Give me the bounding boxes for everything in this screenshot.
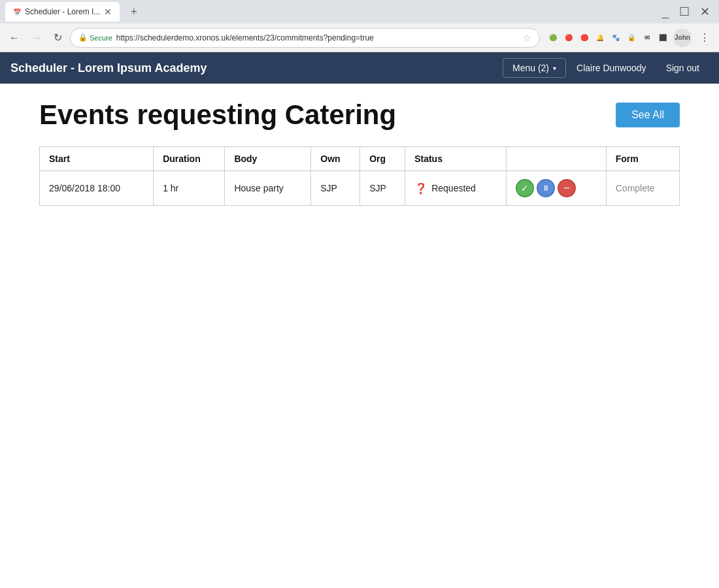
url-text: https://schedulerdemo.xronos.uk/elements…	[116, 33, 519, 42]
browser-window: 📅 Scheduler - Lorem I... ✕ + _ ☐ ✕ ← → ↻…	[0, 0, 719, 588]
menu-label: Menu (2)	[512, 63, 549, 73]
address-bar-row: ← → ↻ 🔒 Secure https://schedulerdemo.xro…	[0, 24, 719, 52]
pause-icon: ⏸	[542, 184, 550, 193]
browser-menu-button[interactable]: ⋮	[695, 30, 714, 45]
approve-icon: ✓	[521, 183, 529, 193]
pause-button[interactable]: ⏸	[537, 179, 555, 197]
form-link[interactable]: Complete	[616, 183, 655, 193]
sign-out-button[interactable]: Sign out	[657, 59, 709, 77]
cell-form: Complete	[606, 171, 679, 206]
events-table: Start Duration Body Own Org Status Form …	[39, 146, 680, 206]
page-header: Events requesting Catering See All	[39, 99, 680, 131]
col-own: Own	[311, 147, 360, 171]
secure-label: 🔒 Secure	[78, 33, 112, 42]
cell-start: 29/06/2018 18:00	[40, 171, 154, 206]
status-cell: ❓ Requested	[414, 182, 497, 195]
cell-body: House party	[225, 171, 311, 206]
main-content: Events requesting Catering See All Start…	[0, 84, 719, 588]
table-header: Start Duration Body Own Org Status Form	[40, 147, 680, 171]
col-form: Form	[606, 147, 679, 171]
col-body: Body	[225, 147, 311, 171]
tab-title-text: Scheduler - Lorem I...	[25, 7, 100, 16]
menu-button[interactable]: Menu (2) ▾	[503, 58, 566, 78]
reject-icon: −	[563, 182, 569, 194]
ext-icon-4[interactable]: 🔔	[594, 31, 607, 44]
reload-button[interactable]: ↻	[50, 29, 66, 46]
see-all-button[interactable]: See All	[616, 103, 680, 127]
lock-icon: 🔒	[78, 33, 88, 42]
active-tab[interactable]: 📅 Scheduler - Lorem I... ✕	[5, 2, 120, 22]
ext-icon-1[interactable]: 🟢	[546, 31, 560, 44]
address-bar[interactable]: 🔒 Secure https://schedulerdemo.xronos.uk…	[70, 28, 540, 48]
user-name-label: Claire Dunwoody	[566, 63, 657, 73]
app-title: Scheduler - Lorem Ipsum Academy	[10, 61, 503, 75]
col-org: Org	[360, 147, 405, 171]
cell-duration: 1 hr	[154, 171, 225, 206]
bookmark-icon[interactable]: ☆	[523, 33, 531, 43]
cell-org: SJP	[360, 171, 405, 206]
ext-icon-2[interactable]: 🔴	[562, 31, 575, 44]
status-question-icon: ❓	[414, 182, 427, 195]
extension-icons: 🟢 🔴 🛑 🔔 🐾 🔒 ✉ ⬛	[546, 31, 669, 44]
new-tab-button[interactable]: +	[125, 3, 142, 22]
ext-icon-8[interactable]: ⬛	[656, 31, 669, 44]
tab-close-icon[interactable]: ✕	[104, 7, 112, 17]
title-bar: 📅 Scheduler - Lorem I... ✕ + _ ☐ ✕	[0, 0, 719, 24]
back-button[interactable]: ←	[5, 29, 24, 46]
maximize-button[interactable]: ☐	[675, 3, 694, 20]
table-row: 29/06/2018 18:00 1 hr House party SJP SJ…	[40, 171, 680, 206]
window-controls: _ ☐ ✕	[658, 3, 714, 20]
reject-button[interactable]: −	[558, 179, 576, 197]
ext-icon-3[interactable]: 🛑	[578, 31, 591, 44]
menu-arrow-icon: ▾	[553, 65, 556, 72]
close-button[interactable]: ✕	[696, 3, 714, 20]
minimize-button[interactable]: _	[658, 4, 673, 20]
table-body: 29/06/2018 18:00 1 hr House party SJP SJ…	[40, 171, 680, 206]
user-avatar[interactable]: John	[673, 29, 692, 47]
secure-text: Secure	[90, 34, 112, 42]
approve-button[interactable]: ✓	[516, 179, 534, 197]
col-status: Status	[405, 147, 507, 171]
cell-actions: ✓ ⏸ −	[507, 171, 607, 206]
col-actions	[507, 147, 607, 171]
tab-favicon-icon: 📅	[13, 8, 21, 16]
ext-icon-6[interactable]: 🔒	[625, 31, 638, 44]
col-duration: Duration	[154, 147, 225, 171]
action-icons: ✓ ⏸ −	[516, 179, 597, 197]
page-title: Events requesting Catering	[39, 99, 616, 131]
ext-icon-5[interactable]: 🐾	[609, 31, 622, 44]
forward-button[interactable]: →	[27, 29, 46, 46]
status-text: Requested	[431, 183, 476, 193]
cell-own: SJP	[311, 171, 360, 206]
cell-status: ❓ Requested	[405, 171, 507, 206]
ext-icon-7[interactable]: ✉	[641, 31, 654, 44]
app-content: Scheduler - Lorem Ipsum Academy Menu (2)…	[0, 52, 719, 588]
app-navbar: Scheduler - Lorem Ipsum Academy Menu (2)…	[0, 52, 719, 84]
col-start: Start	[40, 147, 154, 171]
